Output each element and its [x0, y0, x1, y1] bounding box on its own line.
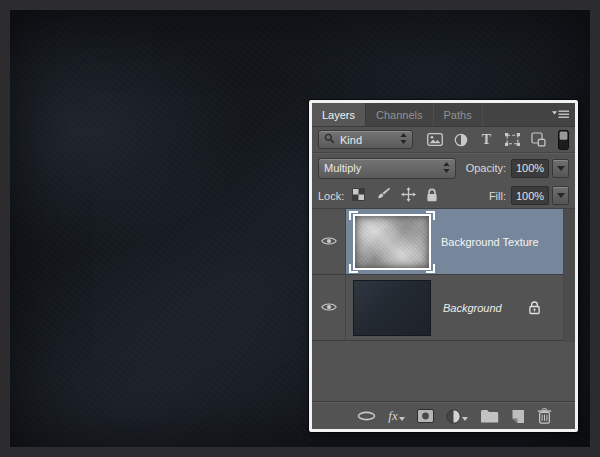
- caret-down-icon: [557, 193, 565, 198]
- layer-row-body[interactable]: Background Texture: [346, 209, 563, 274]
- fx-label: fx: [388, 408, 397, 424]
- background-thumbnail-image[interactable]: [353, 280, 431, 336]
- search-icon: [324, 133, 335, 146]
- tab-spacer: [483, 103, 546, 126]
- layer-row-background-texture[interactable]: Background Texture: [312, 209, 563, 275]
- blend-mode-select[interactable]: Multiply: [318, 158, 456, 179]
- lock-label: Lock:: [318, 190, 344, 202]
- layers-panel-toolbar: fx: [312, 401, 575, 430]
- shape-layers-filter-icon[interactable]: [504, 133, 521, 146]
- add-layer-mask-icon[interactable]: [417, 409, 434, 423]
- visibility-toggle[interactable]: [312, 275, 346, 340]
- layer-filtering-toggle[interactable]: [558, 130, 569, 150]
- updown-arrows-icon: [400, 133, 407, 146]
- layer-name[interactable]: Background Texture: [441, 236, 539, 248]
- layers-list: Background Texture Background: [312, 209, 575, 401]
- delete-layer-icon[interactable]: [537, 408, 552, 424]
- lock-transparent-pixels-icon[interactable]: [352, 188, 365, 203]
- filter-row: Kind T: [312, 127, 575, 153]
- panel-menu-button[interactable]: [546, 103, 575, 126]
- layer-thumbnail-selected[interactable]: [349, 211, 435, 273]
- scrollbar-gutter[interactable]: [563, 209, 575, 342]
- layer-row-background[interactable]: Background: [312, 275, 563, 341]
- layer-style-icon[interactable]: fx: [388, 408, 404, 424]
- opacity-value: 100%: [516, 162, 544, 174]
- panel-tab-bar: Layers Channels Paths: [312, 103, 575, 127]
- new-adjustment-layer-icon[interactable]: [446, 409, 468, 424]
- fill-value-field[interactable]: 100%: [511, 186, 549, 205]
- eye-icon: [321, 302, 337, 314]
- pixel-layers-filter-icon[interactable]: [426, 133, 443, 146]
- blend-mode-value: Multiply: [324, 162, 361, 174]
- lock-row: Lock: Fill: 100%: [312, 183, 575, 209]
- visibility-toggle[interactable]: [312, 209, 346, 274]
- opacity-value-field[interactable]: 100%: [511, 159, 549, 178]
- lock-position-icon[interactable]: [401, 187, 416, 204]
- caret-down-icon: [399, 417, 405, 421]
- opacity-dropdown-button[interactable]: [552, 159, 569, 178]
- fill-dropdown-button[interactable]: [552, 186, 569, 205]
- layers-panel: Layers Channels Paths Kind: [309, 100, 578, 432]
- adjustment-layers-filter-icon[interactable]: [452, 133, 469, 147]
- layer-name[interactable]: Background: [443, 302, 502, 314]
- new-group-icon[interactable]: [480, 409, 499, 423]
- lock-icon-group: [352, 187, 438, 204]
- new-layer-icon[interactable]: [511, 409, 525, 424]
- opacity-label: Opacity:: [466, 162, 506, 174]
- layer-row-body[interactable]: Background: [346, 275, 563, 340]
- screenshot-root: Layers Channels Paths Kind: [0, 0, 600, 457]
- eye-icon: [321, 236, 337, 248]
- lock-all-icon[interactable]: [426, 188, 438, 204]
- tab-paths[interactable]: Paths: [434, 103, 483, 126]
- caret-down-icon: [557, 166, 565, 171]
- fill-value: 100%: [516, 190, 544, 202]
- filter-icon-group: T: [426, 132, 547, 147]
- filter-kind-value: Kind: [340, 134, 362, 146]
- link-layers-icon[interactable]: [357, 411, 376, 421]
- filter-kind-select[interactable]: Kind: [318, 130, 413, 149]
- texture-thumbnail-image: [353, 214, 431, 270]
- caret-down-icon: [462, 417, 468, 421]
- fill-label: Fill:: [489, 190, 506, 202]
- type-layers-filter-icon[interactable]: T: [478, 133, 495, 147]
- updown-arrows-icon: [443, 162, 450, 175]
- panel-menu-icon: [552, 109, 569, 121]
- smart-objects-filter-icon[interactable]: [530, 132, 547, 147]
- blend-row: Multiply Opacity: 100%: [312, 153, 575, 183]
- lock-image-pixels-icon[interactable]: [375, 188, 391, 204]
- tab-channels[interactable]: Channels: [366, 103, 433, 126]
- tab-layers[interactable]: Layers: [312, 103, 366, 126]
- locked-layer-lock-icon: [528, 300, 541, 315]
